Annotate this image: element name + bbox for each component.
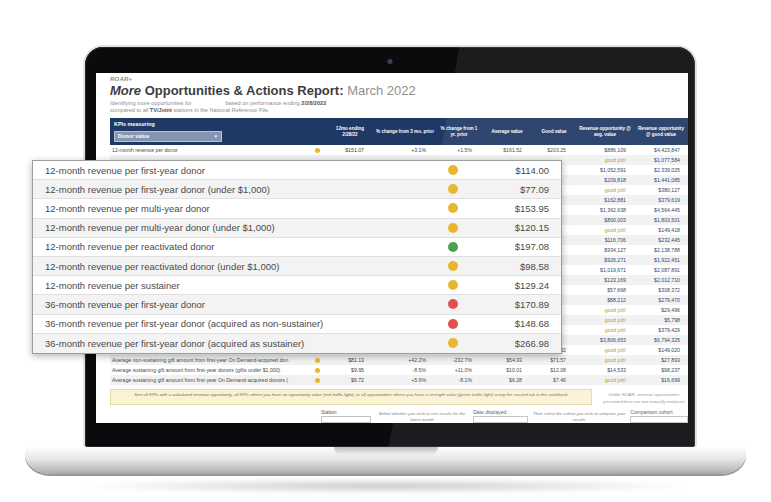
traffic-light-yellow-icon: [315, 378, 320, 383]
overlay-kpi-name: 12-month revenue per reactivated donor (…: [33, 261, 441, 272]
overlay-row[interactable]: 12-month revenue per reactivated donor$1…: [33, 238, 561, 257]
value-average: $161.52: [482, 147, 532, 153]
value-change-1yr: -232.7%: [436, 357, 482, 363]
revenue-opportunity-good: $379,619: [634, 197, 688, 203]
column-header-5: Good value: [532, 118, 576, 145]
traffic-light-yellow-icon: [315, 358, 320, 363]
traffic-light-yellow-icon: [448, 280, 458, 290]
subtitle-line-2: compared to all TV/Joint stations in the…: [110, 107, 416, 113]
subtitle-2-post: stations in the National Reference File.: [173, 107, 269, 113]
value-good: $203.25: [532, 147, 576, 153]
revenue-opportunity-avg: $926,271: [576, 257, 634, 263]
comparison-cohort-label: Comparison cohort: [630, 409, 688, 415]
revenue-opportunity-avg: $162,881: [576, 197, 634, 203]
kpi-name: Average sustaining gift amount from firs…: [110, 367, 308, 373]
revenue-opportunity-avg: $3,806,653: [576, 337, 634, 343]
filter-controls: Station Select whether you wish to see r…: [321, 409, 688, 423]
kpi-name: Average non-sustaining gift amount from …: [110, 357, 308, 363]
revenue-opportunity-avg: $88,212: [576, 297, 634, 303]
revenue-opportunity-good: $1,922,451: [634, 257, 688, 263]
value-12mo: $9.95: [326, 367, 374, 373]
value-12mo: $6.72: [326, 377, 374, 383]
traffic-light-cell: [308, 148, 326, 153]
revenue-opportunity-good: $2,339,025: [634, 167, 688, 173]
revenue-opportunity-avg: $1,362,638: [576, 207, 634, 213]
overlay-kpi-value: $266.98: [465, 338, 561, 349]
station-input[interactable]: [321, 416, 371, 423]
overlay-kpi-name: 12-month revenue per sustainer: [33, 280, 441, 291]
webcam-dot: [388, 59, 393, 64]
revenue-opportunity-avg: $116,706: [576, 237, 634, 243]
value-change-3mo: -8.5%: [374, 367, 436, 373]
subtitle-1-pre: Identifying more opportunities for: [110, 100, 191, 106]
revenue-opportunity-avg: good job!: [576, 227, 634, 233]
station-helper-text: Select whether you wish to see results f…: [375, 409, 469, 423]
traffic-light-yellow-icon: [448, 203, 458, 213]
overlay-row[interactable]: 36-month revenue per first-year donor$17…: [33, 295, 561, 314]
revenue-opportunity-avg: good job!: [576, 187, 634, 193]
table-row[interactable]: Average non-sustaining gift amount from …: [110, 355, 688, 365]
revenue-opportunity-avg: good job!: [576, 377, 634, 383]
overlay-row[interactable]: 12-month revenue per first-year donor (u…: [33, 180, 561, 199]
overlay-kpi-value: $129.24: [465, 280, 561, 291]
overlay-kpi-value: $98.58: [465, 261, 561, 272]
revenue-opportunity-avg: good job!: [576, 357, 634, 363]
overlay-row[interactable]: 12-month revenue per reactivated donor (…: [33, 257, 561, 276]
value-average: $54.93: [482, 357, 532, 363]
traffic-light-red-icon: [448, 299, 458, 309]
kpi-zoom-overlay: 12-month revenue per first-year donor$11…: [32, 160, 562, 354]
value-change-1yr: -8.1%: [436, 377, 482, 383]
revenue-opportunity-good: $1,441,085: [634, 177, 688, 183]
overlay-kpi-value: $197.08: [465, 241, 561, 252]
kpi-name: Average sustaining gift amount from firs…: [110, 377, 308, 383]
revenue-opportunity-good: $29,496: [634, 307, 688, 313]
revenue-opportunity-good: $6,794,325: [634, 337, 688, 343]
revenue-opportunity-good: $1,077,584: [634, 157, 688, 163]
revenue-opportunity-avg: good job!: [576, 327, 634, 333]
table-row[interactable]: Average sustaining gift amount from firs…: [110, 375, 688, 385]
cohort-helper-text: Then select the cohort you wish to compa…: [532, 409, 626, 423]
overlay-kpi-value: $153.95: [465, 203, 561, 214]
revenue-opportunity-good: $380,127: [634, 187, 688, 193]
subtitle-line-1: Identifying more opportunities forbased …: [110, 100, 416, 106]
value-12mo: $151.07: [326, 147, 374, 153]
overlay-row[interactable]: 12-month revenue per multi-year donor$15…: [33, 199, 561, 218]
traffic-light-yellow-icon: [448, 165, 458, 175]
overlay-kpi-name: 36-month revenue per first-year donor (a…: [33, 338, 441, 349]
value-change-1yr: +1.5%: [436, 147, 482, 153]
value-good: $12.08: [532, 367, 576, 373]
revenue-opportunity-avg: good job!: [576, 347, 634, 353]
laptop-base: [25, 447, 746, 474]
table-row[interactable]: Average sustaining gift amount from firs…: [110, 365, 688, 375]
side-note: Unlike ROAR, revenue opportunities prese…: [600, 389, 688, 405]
overlay-kpi-name: 12-month revenue per reactivated donor: [33, 241, 441, 252]
subtitle-1-mid: based on performance ending: [225, 100, 299, 106]
overlay-kpi-value: $77.09: [465, 184, 561, 195]
overlay-row[interactable]: 36-month revenue per first-year donor (a…: [33, 334, 561, 353]
overlay-kpi-name: 12-month revenue per multi-year donor (u…: [33, 222, 441, 233]
overlay-kpi-name: 36-month revenue per first-year donor: [33, 299, 441, 310]
revenue-opportunity-avg: good job!: [576, 157, 634, 163]
chevron-down-icon: ▼: [214, 134, 218, 140]
value-change-3mo: +5.9%: [374, 377, 436, 383]
traffic-light-yellow-icon: [448, 338, 458, 348]
overlay-kpi-name: 36-month revenue per first-year donor (a…: [33, 318, 441, 329]
traffic-light-cell: [308, 378, 326, 383]
title-period: March 2022: [344, 83, 416, 98]
laptop-lid-notch: [334, 447, 438, 455]
brand-label: ROAR+: [110, 76, 416, 82]
kpi-dropdown[interactable]: Donor value ▼: [114, 131, 222, 142]
date-input[interactable]: [473, 416, 528, 423]
column-header-1: 12mo ending 2/28/22: [326, 118, 374, 145]
cohort-input[interactable]: [630, 416, 688, 423]
overlay-row[interactable]: 12-month revenue per sustainer$129.24: [33, 276, 561, 295]
value-good: $7.46: [532, 377, 576, 383]
overlay-row[interactable]: 12-month revenue per multi-year donor (u…: [33, 219, 561, 238]
note-row: See all KPIs with a calculated revenue o…: [110, 389, 688, 405]
overlay-row[interactable]: 12-month revenue per first-year donor$11…: [33, 161, 561, 180]
title-emphasis: More: [110, 83, 141, 98]
table-row[interactable]: 12-month revenue per donor$151.07+3.1%+1…: [110, 145, 688, 155]
overlay-row[interactable]: 36-month revenue per first-year donor (a…: [33, 315, 561, 334]
revenue-opportunity-good: $4,564,445: [634, 207, 688, 213]
value-change-3mo: +3.1%: [374, 147, 436, 153]
